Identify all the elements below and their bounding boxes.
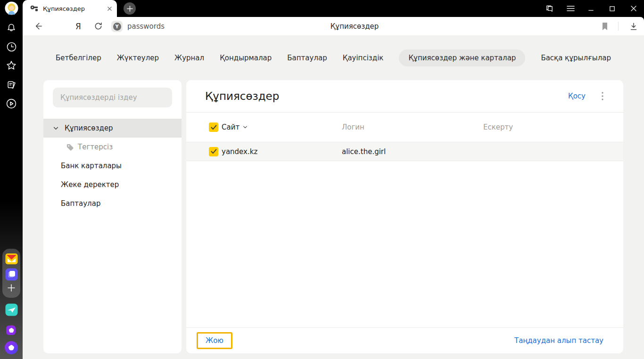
alice-circle-icon (4, 341, 18, 355)
sidebar-item-label: Банк карталары (61, 162, 122, 170)
maximize-icon (609, 6, 615, 12)
delete-button[interactable]: Жою (197, 332, 232, 349)
sort-chevron-icon[interactable] (243, 126, 248, 129)
hamburger-icon (567, 5, 575, 12)
sidebar-item-label: Құпиясөздер (65, 124, 113, 132)
tab-title: Құпиясөздер (43, 5, 103, 12)
history-button[interactable] (0, 41, 23, 53)
column-site[interactable]: Сайт (222, 123, 239, 131)
alice-camera-app[interactable] (0, 323, 23, 336)
side-rail (0, 0, 23, 359)
table-empty-area (186, 161, 623, 327)
kebab-menu-icon (602, 92, 603, 100)
apps-icon (5, 268, 18, 281)
nav-downloads[interactable]: Жүктеулер (117, 54, 159, 62)
bookmarks-button[interactable] (0, 59, 23, 72)
row-checkbox[interactable] (209, 147, 218, 156)
nav-bookmarks[interactable]: Бетбелгілер (56, 54, 101, 62)
minimize-icon (588, 6, 594, 12)
clock-icon (6, 41, 17, 53)
alice-assistant-button[interactable] (0, 341, 23, 355)
star-icon (5, 59, 17, 72)
settings-page: Бетбелгілер Жүктеулер Журнал Қондырмалар… (23, 35, 644, 359)
mail-icon (5, 253, 18, 265)
titlebar: Құпиясөздер (23, 0, 644, 17)
sidebar-item-untagged[interactable]: Тегтерсіз (43, 138, 182, 156)
check-icon (211, 149, 217, 154)
notifications-button[interactable] (0, 22, 23, 33)
play-circle-icon (5, 98, 17, 110)
browser-window: Құпиясөздер (0, 0, 644, 359)
close-icon (630, 5, 637, 12)
alice-square-icon (5, 323, 18, 336)
select-all-checkbox[interactable] (209, 122, 218, 132)
tag-icon (66, 143, 74, 151)
panel-header: Құпиясөздер Қосу (186, 80, 623, 113)
password-row[interactable]: yandex.kz alice.the.girl (186, 142, 623, 161)
close-window-button[interactable] (627, 2, 640, 15)
sidebar-item-label: Тегтерсіз (78, 143, 113, 151)
menu-button[interactable] (564, 2, 577, 15)
column-login: Логин (342, 123, 483, 131)
back-arrow-icon (33, 21, 43, 31)
search-input[interactable] (53, 88, 172, 107)
settings-nav: Бетбелгілер Жүктеулер Журнал Қондырмалар… (23, 49, 644, 67)
row-login: alice.the.girl (342, 147, 483, 156)
toolbar: Я Y passwords Құпиясөздер (23, 17, 644, 35)
yandex-mail-app[interactable] (0, 253, 23, 265)
browser-tab[interactable]: Құпиясөздер (23, 0, 117, 17)
check-icon (211, 125, 217, 130)
video-button[interactable] (0, 98, 23, 110)
sidebar-item-settings[interactable]: Баптаулар (43, 194, 182, 213)
column-note: Ескерту (483, 123, 623, 131)
notes-icon (6, 79, 17, 91)
profile-avatar[interactable] (0, 1, 23, 15)
yandex-apps-app[interactable] (0, 268, 23, 281)
paper-plane-icon (5, 303, 18, 316)
panel-footer: Жою Таңдаудан алып тастау (186, 327, 623, 353)
feed-button[interactable] (0, 79, 23, 91)
avatar-girl-icon (5, 1, 18, 15)
omnibox-page-title[interactable]: Құпиясөздер (65, 17, 644, 35)
bookmark-page-button[interactable] (599, 17, 611, 35)
bookmark-flag-icon (601, 22, 609, 31)
nav-extensions[interactable]: Қондырмалар (220, 54, 272, 62)
more-menu-button[interactable] (602, 92, 603, 100)
nav-history[interactable]: Журнал (174, 54, 204, 62)
sidebar-item-label: Баптаулар (61, 199, 100, 208)
bell-icon (6, 22, 17, 33)
nav-other-devices[interactable]: Басқа құрылғылар (541, 54, 611, 62)
sidebar-item-bank-cards[interactable]: Банк карталары (43, 156, 182, 175)
downloads-button[interactable] (627, 17, 640, 35)
maximize-button[interactable] (605, 2, 619, 15)
new-tab-button[interactable] (124, 2, 136, 15)
passwords-sidebar: Құпиясөздер Тегтерсіз Банк карталары Жек… (43, 80, 182, 353)
toolbar-divider (618, 22, 619, 31)
add-panel-button[interactable] (0, 283, 23, 293)
add-password-button[interactable]: Қосу (568, 92, 586, 100)
tab-groups-button[interactable] (543, 2, 556, 15)
chevron-down-icon (53, 127, 58, 130)
passwords-panel: Құпиясөздер Қосу (186, 80, 623, 353)
passwords-key-icon (30, 4, 39, 13)
plus-icon (127, 6, 133, 12)
row-site: yandex.kz (222, 147, 257, 156)
messenger-app[interactable] (0, 303, 23, 316)
sidebar-item-passwords[interactable]: Құпиясөздер (43, 119, 182, 138)
minimize-button[interactable] (584, 2, 597, 15)
download-icon (629, 22, 638, 31)
back-button[interactable] (28, 17, 47, 35)
panel-title: Құпиясөздер (205, 90, 568, 102)
panels-icon (545, 4, 554, 13)
sidebar-item-label: Жеке деректер (61, 180, 119, 189)
plus-icon (7, 283, 16, 293)
nav-settings[interactable]: Баптаулар (287, 54, 327, 62)
table-header: Сайт Логин Ескерту (186, 113, 623, 142)
nav-passwords-selected[interactable]: Құпиясөздер және карталар (399, 49, 525, 66)
nav-security[interactable]: Қауіпсіздік (343, 54, 384, 62)
tab-close-icon[interactable] (107, 6, 112, 11)
sidebar-item-personal-data[interactable]: Жеке деректер (43, 175, 182, 194)
deselect-all-button[interactable]: Таңдаудан алып тастау (514, 336, 603, 345)
